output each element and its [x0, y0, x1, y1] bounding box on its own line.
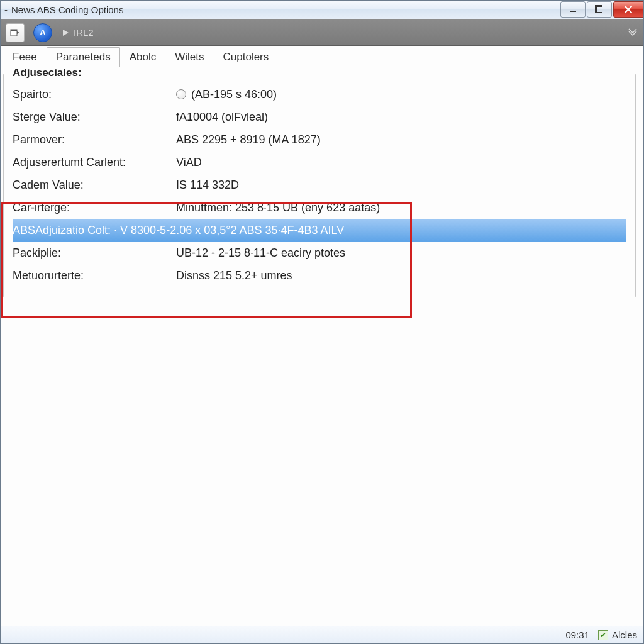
param-value: UB-12 - 2-15 8·11-C eaciry ptotes — [176, 247, 345, 260]
statusbar: 09:31 ✔ Alcles — [1, 626, 643, 643]
close-icon — [624, 5, 633, 14]
param-label: ABSAdjuizatio Colt: · V 8300-5-2.06 x 03… — [13, 224, 344, 237]
tab-paraneteds[interactable]: Paraneteds — [47, 47, 120, 67]
param-row: Car-irterge: Minuttmen: 253 8·15 UB (eny… — [13, 196, 626, 219]
tab-feee[interactable]: Feee — [3, 47, 47, 67]
param-row: Cadem Value: IS 114 332D — [13, 174, 626, 196]
param-row: Parmover: ABS 2295 + 8919 (MA 1827) — [13, 128, 626, 151]
window-controls — [559, 1, 643, 19]
close-button[interactable] — [613, 1, 643, 18]
param-value: IS 114 332D — [176, 179, 239, 192]
param-row-selected[interactable]: ABSAdjuizatio Colt: · V 8300-5-2.06 x 03… — [13, 219, 626, 242]
status-label: Alcles — [612, 630, 637, 640]
tab-wilets[interactable]: Wilets — [165, 47, 213, 67]
adjuseciales-group: Adjuseciales: Spairto: (AB-195 s 46:00) … — [3, 74, 636, 297]
check-icon: ✔ — [598, 630, 608, 640]
param-label: Spairto: — [13, 88, 176, 101]
param-value: (AB-195 s 46:00) — [191, 88, 277, 101]
play-icon — [61, 28, 70, 37]
group-title: Adjuseciales: — [9, 67, 86, 79]
param-value: ABS 2295 + 8919 (MA 1827) — [176, 133, 321, 147]
back-button[interactable] — [6, 23, 25, 42]
param-label: Adjuserertumt Carlent: — [13, 156, 176, 169]
param-label: Packiplie: — [13, 247, 176, 260]
play-button[interactable]: IRL2 — [61, 27, 94, 38]
param-value: fA10004 (olFvleal) — [176, 111, 268, 124]
play-label: IRL2 — [74, 27, 94, 38]
param-row: Packiplie: UB-12 - 2-15 8·11-C eaciry pt… — [13, 242, 626, 264]
param-row: Spairto: (AB-195 s 46:00) — [13, 83, 626, 106]
app-badge-icon[interactable]: A — [33, 23, 52, 42]
titlebar: - News ABS Coding Options — [1, 1, 643, 19]
tab-bar: Feee Paraneteds Abolc Wilets Cuptolers — [1, 46, 643, 67]
param-label: Metuorurterte: — [13, 269, 176, 282]
back-icon — [10, 28, 20, 38]
radio-icon[interactable] — [176, 89, 186, 99]
minimize-button[interactable] — [560, 1, 586, 18]
param-row: Sterge Value: fA10004 (olFvleal) — [13, 106, 626, 128]
overflow-icon — [627, 26, 638, 37]
svg-rect-1 — [11, 30, 17, 31]
param-label: Parmover: — [13, 133, 176, 147]
toolbar: A IRL2 — [1, 19, 643, 46]
status-alcles[interactable]: ✔ Alcles — [598, 630, 637, 640]
param-row: Adjuserertumt Carlent: ViAD — [13, 151, 626, 174]
param-label: Car-irterge: — [13, 201, 176, 214]
app-window: - News ABS Coding Options A IRL2 — [0, 0, 644, 644]
window-title: News ABS Coding Options — [11, 4, 123, 15]
status-time: 09:31 — [565, 630, 589, 640]
param-label: Sterge Value: — [13, 111, 176, 124]
param-value: ViAD — [176, 156, 202, 169]
toolbar-overflow-button[interactable] — [627, 26, 638, 40]
param-row: Metuorurterte: Disnss 215 5.2+ umres — [13, 264, 626, 287]
param-value: Minuttmen: 253 8·15 UB (eny 623 aatas) — [176, 201, 380, 214]
tab-cuptolers[interactable]: Cuptolers — [214, 47, 279, 67]
maximize-button[interactable] — [587, 1, 612, 18]
param-label: Cadem Value: — [13, 179, 176, 192]
tab-abolc[interactable]: Abolc — [120, 47, 166, 67]
content-area: Adjuseciales: Spairto: (AB-195 s 46:00) … — [1, 67, 643, 626]
param-value: Disnss 215 5.2+ umres — [176, 269, 292, 282]
